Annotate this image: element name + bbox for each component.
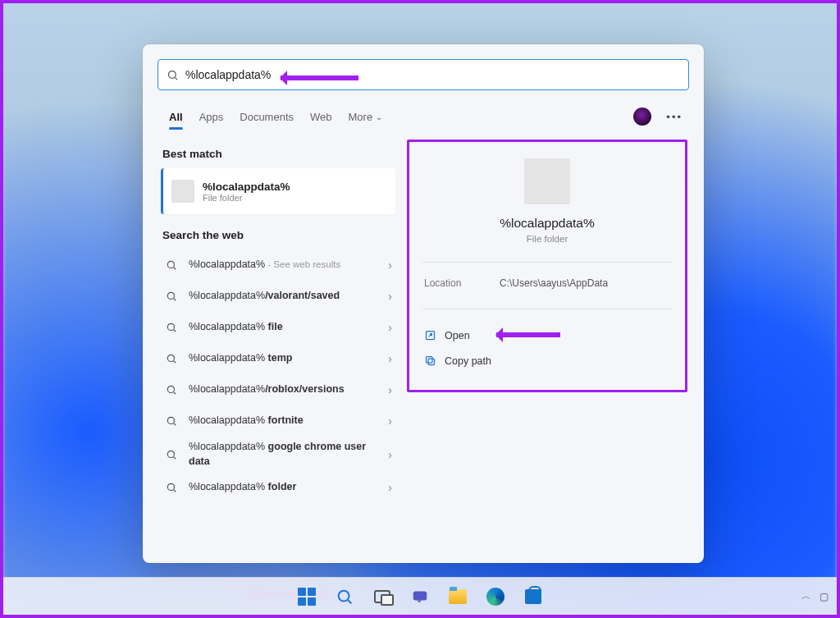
- chevron-right-icon: ›: [388, 352, 392, 365]
- tabs-row: All Apps Documents Web More⌄ •••: [143, 98, 704, 135]
- task-view-icon: [374, 590, 390, 603]
- web-result-item[interactable]: %localappdata% - See web results›: [161, 249, 399, 281]
- search-icon: [336, 588, 354, 606]
- tray-placeholder-icon[interactable]: ▢: [819, 591, 829, 602]
- search-icon: [166, 449, 177, 460]
- svg-point-12: [167, 417, 174, 423]
- svg-point-4: [167, 292, 174, 299]
- location-label: Location: [424, 277, 500, 289]
- svg-point-10: [167, 386, 174, 392]
- preview-folder-icon: [524, 158, 570, 204]
- search-icon: [166, 384, 177, 396]
- svg-point-16: [167, 483, 174, 490]
- preview-title: %localappdata%: [421, 216, 673, 231]
- search-icon: [166, 415, 177, 427]
- chevron-right-icon: ›: [388, 321, 392, 334]
- search-icon: [166, 259, 177, 271]
- edge-icon: [486, 588, 504, 606]
- annotation-arrow: [496, 332, 560, 337]
- search-icon: [166, 482, 177, 493]
- svg-point-2: [167, 261, 174, 268]
- chat-icon: [411, 588, 429, 606]
- chevron-down-icon: ⌄: [376, 112, 382, 121]
- svg-point-6: [167, 323, 174, 330]
- web-result-item[interactable]: %localappdata% google chrome user data›: [161, 437, 399, 472]
- web-result-item[interactable]: %localappdata% folder›: [161, 472, 399, 503]
- user-avatar[interactable]: [633, 108, 651, 126]
- tab-more[interactable]: More⌄: [340, 98, 391, 135]
- chevron-right-icon: ›: [388, 448, 392, 461]
- taskbar-search-button[interactable]: [328, 580, 361, 613]
- preview-location-row: Location C:\Users\aayus\AppData: [421, 276, 673, 291]
- chevron-right-icon: ›: [388, 259, 392, 272]
- open-label: Open: [445, 330, 470, 341]
- best-match-title: %localappdata%: [203, 181, 290, 193]
- divider: [422, 262, 672, 263]
- web-result-label: %localappdata% fortnite: [182, 414, 388, 428]
- chevron-right-icon: ›: [388, 383, 392, 396]
- web-result-item[interactable]: %localappdata% file›: [161, 312, 399, 343]
- svg-point-14: [167, 451, 174, 457]
- taskbar: ︿ ▢: [3, 577, 837, 615]
- search-web-heading: Search the web: [162, 229, 399, 241]
- svg-rect-23: [413, 591, 427, 600]
- results-column: Best match %localappdata% File folder Se…: [143, 135, 399, 563]
- folder-icon: [171, 180, 194, 203]
- store-button[interactable]: [517, 580, 550, 613]
- svg-rect-19: [428, 359, 435, 365]
- annotation-arrow: [281, 76, 358, 80]
- start-button[interactable]: [290, 580, 323, 613]
- search-box[interactable]: [158, 59, 689, 90]
- web-result-item[interactable]: %localappdata%/roblox/versions›: [161, 374, 399, 405]
- edge-button[interactable]: [479, 580, 512, 613]
- open-icon: [424, 329, 436, 341]
- tab-web[interactable]: Web: [302, 98, 340, 135]
- svg-line-17: [174, 490, 176, 492]
- taskbar-center: [290, 580, 550, 613]
- tab-apps-label: Apps: [199, 111, 224, 123]
- preview-column: %localappdata% File folder Location C:\U…: [399, 135, 704, 563]
- location-value: C:\Users\aayus\AppData: [500, 277, 608, 289]
- open-action[interactable]: Open: [421, 323, 673, 348]
- best-match-heading: Best match: [162, 148, 399, 160]
- search-input[interactable]: [185, 68, 680, 81]
- task-view-button[interactable]: [366, 580, 399, 613]
- tray-chevron-icon[interactable]: ︿: [801, 589, 811, 603]
- svg-line-22: [348, 600, 351, 603]
- svg-point-8: [167, 355, 174, 361]
- web-result-label: %localappdata% google chrome user data: [182, 440, 388, 469]
- web-result-item[interactable]: %localappdata% fortnite›: [161, 405, 399, 437]
- search-content: Best match %localappdata% File folder Se…: [143, 135, 704, 563]
- store-icon: [525, 589, 541, 604]
- svg-line-3: [174, 268, 176, 270]
- svg-point-21: [339, 590, 349, 601]
- tab-apps[interactable]: Apps: [191, 98, 232, 135]
- system-tray[interactable]: ︿ ▢: [801, 589, 829, 603]
- best-match-subtitle: File folder: [203, 193, 290, 203]
- preview-pane: %localappdata% File folder Location C:\U…: [407, 140, 687, 392]
- best-match-item[interactable]: %localappdata% File folder: [161, 168, 395, 214]
- chat-button[interactable]: [404, 580, 436, 613]
- search-bar-wrap: [143, 44, 704, 98]
- copy-path-action[interactable]: Copy path: [421, 348, 673, 373]
- divider: [422, 309, 672, 309]
- web-result-label: %localappdata% - See web results: [182, 258, 388, 272]
- web-results-list: %localappdata% - See web results›%locala…: [161, 249, 399, 503]
- tab-more-label: More: [349, 111, 373, 123]
- web-result-item[interactable]: %localappdata%/valorant/saved›: [161, 281, 399, 312]
- tab-web-label: Web: [310, 111, 332, 123]
- tab-all[interactable]: All: [161, 98, 191, 135]
- chevron-right-icon: ›: [388, 414, 392, 428]
- svg-line-7: [174, 330, 176, 332]
- windows-logo-icon: [298, 588, 316, 606]
- tab-all-label: All: [169, 111, 183, 123]
- web-result-item[interactable]: %localappdata% temp›: [161, 343, 399, 374]
- web-result-label: %localappdata% file: [182, 320, 388, 335]
- web-result-label: %localappdata% folder: [182, 480, 388, 495]
- more-options-button[interactable]: •••: [663, 111, 686, 123]
- file-explorer-button[interactable]: [441, 580, 474, 613]
- search-icon: [166, 353, 177, 364]
- tab-documents[interactable]: Documents: [231, 98, 302, 135]
- svg-line-11: [174, 392, 176, 395]
- tab-documents-label: Documents: [240, 111, 294, 123]
